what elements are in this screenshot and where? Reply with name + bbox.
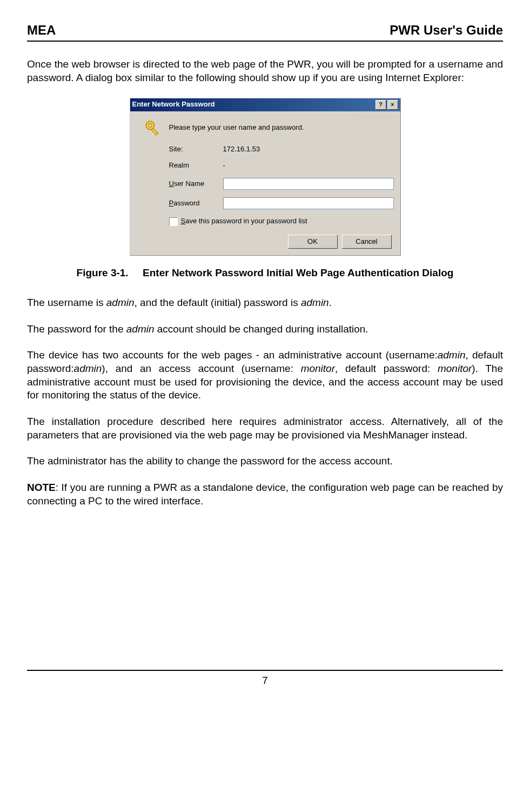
- text: monitor: [438, 363, 472, 374]
- title-buttons: ? ×: [375, 100, 398, 110]
- cancel-button[interactable]: Cancel: [342, 235, 392, 249]
- text: ), and an access account (username:: [102, 363, 300, 374]
- text: account should be changed during install…: [155, 323, 368, 335]
- install-paragraph: The installation procedure described her…: [27, 415, 503, 442]
- dialog-title: Enter Network Password: [132, 100, 215, 109]
- password-row: Password: [169, 197, 394, 209]
- header-right: PWR User's Guide: [390, 22, 503, 38]
- note-label: NOTE: [27, 482, 56, 493]
- dialog-figure: Enter Network Password ? × Please type y…: [27, 98, 503, 262]
- help-button[interactable]: ?: [375, 100, 386, 110]
- prompt-row: Please type your user name and password.: [137, 119, 394, 137]
- page-header: MEA PWR User's Guide: [27, 22, 503, 42]
- text: admin: [301, 297, 329, 308]
- text: , default password:: [335, 363, 438, 374]
- save-password-label: Save this password in your password list: [181, 217, 307, 226]
- text: monitor: [301, 363, 335, 374]
- password-label: Password: [169, 199, 223, 208]
- password-change-paragraph: The password for the admin account shoul…: [27, 323, 503, 336]
- save-password-checkbox[interactable]: [169, 217, 178, 226]
- figure-caption: Figure 3-1. Enter Network Password Initi…: [27, 267, 503, 280]
- dialog-buttons: OK Cancel: [137, 235, 394, 249]
- username-paragraph: The username is admin, and the default (…: [27, 296, 503, 310]
- text: The password for the: [27, 323, 126, 335]
- text: The device has two accounts for the web …: [27, 349, 438, 361]
- ok-button[interactable]: OK: [288, 235, 338, 249]
- note-text: : If you are running a PWR as a standalo…: [27, 482, 503, 507]
- site-value: 172.16.1.53: [223, 145, 260, 154]
- password-input[interactable]: [223, 197, 394, 209]
- text: , and the default (initial) password is: [135, 297, 301, 308]
- username-row: User Name: [169, 178, 394, 190]
- text: .: [329, 297, 332, 308]
- text: admin: [126, 323, 155, 335]
- dialog-titlebar: Enter Network Password ? ×: [130, 98, 400, 111]
- username-input[interactable]: [223, 178, 394, 190]
- site-row: Site: 172.16.1.53: [169, 145, 394, 154]
- realm-row: Realm -: [169, 161, 394, 170]
- caption-prefix: Figure 3-1.: [77, 267, 129, 278]
- accounts-paragraph: The device has two accounts for the web …: [27, 349, 503, 402]
- header-left: MEA: [27, 22, 56, 38]
- key-icon: [137, 119, 169, 137]
- svg-point-1: [148, 123, 152, 127]
- close-button[interactable]: ×: [387, 100, 398, 110]
- admin-paragraph: The administrator has the ability to cha…: [27, 455, 503, 468]
- text: The username is: [27, 297, 106, 308]
- username-label: User Name: [169, 179, 223, 189]
- dialog-body: Please type your user name and password.…: [130, 111, 400, 256]
- note-paragraph: NOTE: If you are running a PWR as a stan…: [27, 481, 503, 508]
- page-footer: 7: [27, 670, 503, 688]
- save-password-row: Save this password in your password list: [169, 217, 394, 226]
- realm-label: Realm: [169, 161, 223, 170]
- page-number: 7: [262, 675, 268, 686]
- network-password-dialog: Enter Network Password ? × Please type y…: [130, 98, 401, 256]
- site-label: Site:: [169, 145, 223, 154]
- prompt-text: Please type your user name and password.: [169, 123, 304, 132]
- realm-value: -: [223, 161, 225, 170]
- text: admin: [74, 363, 102, 374]
- text: admin: [438, 349, 466, 361]
- text: admin: [106, 297, 135, 308]
- caption-text: Enter Network Password Initial Web Page …: [143, 267, 453, 278]
- intro-paragraph: Once the web browser is directed to the …: [27, 58, 503, 84]
